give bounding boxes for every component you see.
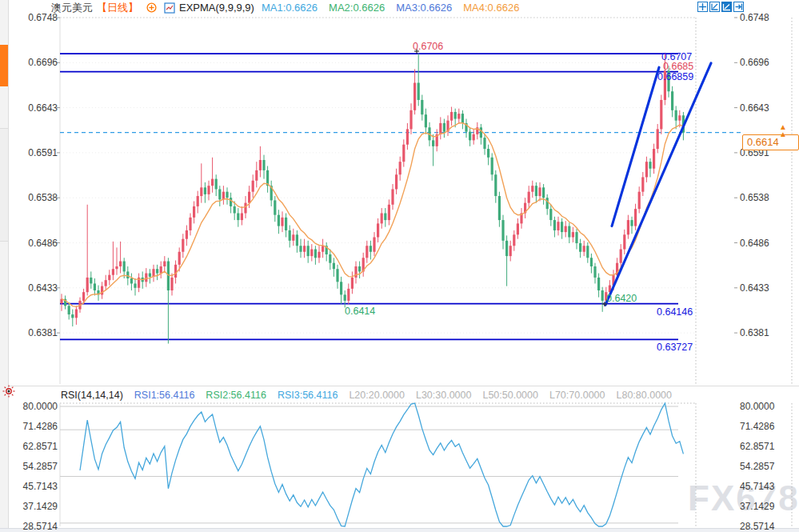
rsi-tick-left: 54.2857	[10, 461, 58, 472]
period-label[interactable]: 【日线】	[97, 1, 138, 15]
price-tick-left: 0.6486	[10, 238, 58, 249]
rsi-tick-right: 28.5714	[740, 521, 774, 532]
rsi-level-label: L30:30.0000	[416, 390, 472, 401]
rsi-level-label: L20:20.0000	[349, 390, 405, 401]
rsi-tick-right: 37.1429	[740, 501, 774, 512]
rsi-tick-right: 54.2857	[740, 461, 774, 472]
rsi-level-label: L70:70.0000	[549, 390, 605, 401]
chart-toolbar	[697, 2, 744, 12]
ma-value: MA4:0.6626	[463, 2, 519, 14]
alert-sun-icon[interactable]	[2, 385, 15, 401]
rsi-tick-right: 80.0000	[740, 401, 774, 412]
rsi-levels-group: L20:20.0000L30:30.0000L50:50.0000L70:70.…	[349, 390, 672, 401]
rsi-value: RSI2:56.4116	[206, 390, 266, 401]
price-annotation: 0.63727	[657, 342, 693, 353]
chart-style-icon[interactable]	[721, 2, 732, 12]
add-indicator-icon[interactable]	[146, 2, 157, 14]
price-tick-right: 0.6643	[740, 102, 769, 114]
mini-chart-icon[interactable]	[164, 2, 175, 14]
move-icon[interactable]	[697, 2, 708, 12]
rsi-value: RSI1:56.4116	[134, 390, 195, 401]
exit-icon[interactable]	[733, 2, 744, 12]
price-annotation: 0.64146	[657, 306, 693, 318]
rsi-tick-right: 45.7143	[740, 481, 774, 492]
price-tick-left: 0.6643	[10, 102, 58, 114]
price-tick-right: 0.6538	[740, 192, 769, 203]
price-tick-left: 0.6538	[10, 192, 58, 203]
rsi-tick-right: 71.4286	[740, 421, 774, 432]
rsi-tick-left: 45.7143	[10, 481, 58, 492]
rsi-indicator-label: RSI(14,14,14)	[61, 390, 123, 401]
price-up-arrow-icon: ▲▲	[777, 123, 789, 138]
ma-value: MA2:0.6626	[329, 2, 385, 14]
rsi-panel-header: RSI(14,14,14) RSI1:56.4116RSI2:56.4116RS…	[61, 389, 672, 402]
price-tick-right: 0.6748	[740, 12, 769, 23]
price-tick-right: 0.6486	[740, 238, 769, 249]
chart-app-window: FX678 澳元美元 【日线】 EXPMA(9,9,9,9) MA1:0.662…	[0, 0, 799, 532]
main-chart-header: 澳元美元 【日线】 EXPMA(9,9,9,9) MA1:0.6626MA2:0…	[51, 1, 519, 14]
price-annotation: 0.6685	[663, 61, 693, 72]
rsi-level-label: L50:50.0000	[482, 390, 538, 401]
price-tick-left: 0.6696	[10, 57, 58, 68]
price-tick-left: 0.6591	[10, 147, 58, 158]
axis-scale-icon[interactable]	[709, 2, 720, 12]
rsi-tick-left: 80.0000	[10, 401, 58, 412]
rsi-tick-right: 62.8571	[740, 441, 774, 452]
symbol-name: 澳元美元	[51, 1, 93, 15]
rsi-level-label: L80:80.0000	[616, 390, 672, 401]
rsi-tick-left: 71.4286	[10, 421, 58, 432]
current-price-box: 0.6614	[742, 134, 799, 150]
rsi-tick-left: 62.8571	[10, 441, 58, 452]
price-annotation: 0.6414	[345, 306, 375, 317]
ma-value: MA1:0.6626	[262, 2, 318, 14]
panel-divider[interactable]	[8, 386, 799, 386]
ma-value: MA3:0.6626	[396, 2, 452, 14]
rsi-values-group: RSI1:56.4116RSI2:56.4116RSI3:56.4116	[134, 390, 338, 401]
price-annotation: 0.66859	[657, 71, 693, 82]
price-annotation: 0.6420	[606, 293, 637, 304]
expma-indicator-label: EXPMA(9,9,9,9)	[179, 2, 254, 14]
price-annotation: 0.6706	[413, 41, 443, 52]
bottom-scroll-strip[interactable]	[0, 528, 799, 532]
price-tick-left: 0.6433	[10, 282, 58, 294]
rsi-tick-left: 37.1429	[10, 501, 58, 512]
price-tick-right: 0.6381	[740, 327, 769, 338]
rsi-value: RSI3:56.4116	[278, 390, 338, 401]
price-tick-right: 0.6696	[740, 57, 769, 68]
rsi-tick-left: 28.5714	[10, 521, 58, 532]
price-tick-left: 0.6748	[10, 12, 58, 23]
ma-values-group: MA1:0.6626MA2:0.6626MA3:0.6626MA4:0.6626	[262, 2, 519, 14]
price-tick-left: 0.6381	[10, 327, 58, 338]
price-tick-right: 0.6433	[740, 282, 769, 294]
